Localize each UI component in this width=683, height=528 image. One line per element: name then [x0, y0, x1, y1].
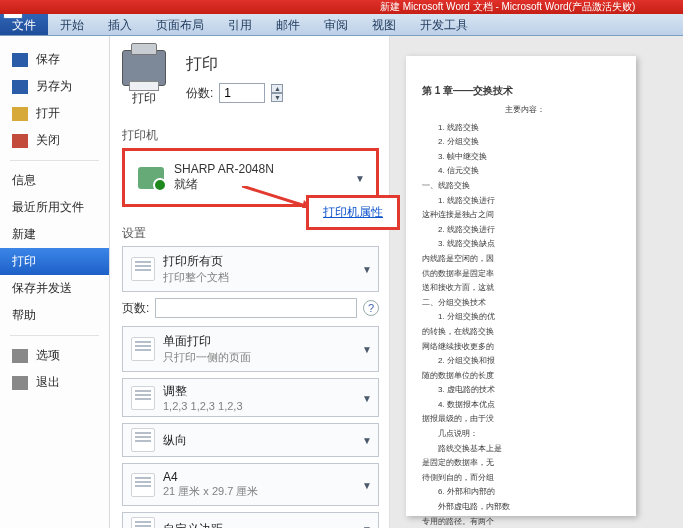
print-heading: 打印 [186, 54, 283, 75]
pages-input[interactable] [155, 298, 357, 318]
print-scope-select[interactable]: 打印所有页 打印整个文档 ▼ [122, 246, 379, 292]
nav-options[interactable]: 选项 [0, 342, 109, 369]
preview-text: 路线交换基本上是 [422, 442, 628, 456]
help-icon[interactable]: ? [363, 300, 379, 316]
page-icon [131, 257, 155, 281]
exit-icon [12, 376, 28, 390]
preview-text: 二、分组交换技术 [422, 296, 628, 310]
close-icon [12, 134, 28, 148]
nav-label: 关闭 [36, 132, 60, 149]
preview-text: 4. 信元交换 [422, 164, 628, 178]
preview-text: 4. 数据报本优点 [422, 398, 628, 412]
preview-text: 是固定的数据率，无 [422, 456, 628, 470]
combo-title: 单面打印 [163, 333, 251, 350]
backstage-nav: 保存 另存为 打开 关闭 信息 最近所用文件 新建 打印 保存并发送 帮助 选项… [0, 36, 110, 528]
tab-layout[interactable]: 页面布局 [144, 14, 216, 35]
preview-text: 外部虚电路，内部数 [422, 500, 628, 514]
preview-text: 这种连接是独占之间 [422, 208, 628, 222]
preview-text: 一、线路交换 [422, 179, 628, 193]
ribbon-tabs: 文件 开始 插入 页面布局 引用 邮件 审阅 视图 开发工具 [0, 14, 683, 36]
margins-icon [131, 517, 155, 528]
nav-label: 退出 [36, 374, 60, 391]
nav-label: 保存 [36, 51, 60, 68]
paper-icon [131, 473, 155, 497]
tab-mailings[interactable]: 邮件 [264, 14, 312, 35]
nav-new[interactable]: 新建 [0, 221, 109, 248]
nav-exit[interactable]: 退出 [0, 369, 109, 396]
nav-saveas[interactable]: 另存为 [0, 73, 109, 100]
title-bar: 新建 Microsoft Word 文档 - Microsoft Word(产品… [0, 0, 683, 14]
paper-select[interactable]: A4 21 厘米 x 29.7 厘米 ▼ [122, 463, 379, 506]
copies-label: 份数: [186, 85, 213, 102]
preview-text: 送和接收方面，这就 [422, 281, 628, 295]
nav-saveandsend[interactable]: 保存并发送 [0, 275, 109, 302]
saveas-icon [12, 80, 28, 94]
nav-label: 另存为 [36, 78, 72, 95]
nav-close[interactable]: 关闭 [0, 127, 109, 154]
chevron-down-icon: ▼ [355, 172, 365, 183]
copies-spinner[interactable]: ▲▼ [271, 84, 283, 102]
combo-subtitle: 1,2,3 1,2,3 1,2,3 [163, 400, 243, 412]
collate-select[interactable]: 调整 1,2,3 1,2,3 1,2,3 ▼ [122, 378, 379, 417]
orientation-select[interactable]: 纵向 ▼ [122, 423, 379, 457]
nav-label: 打印 [12, 253, 36, 270]
nav-info[interactable]: 信息 [0, 167, 109, 194]
chevron-down-icon: ▼ [362, 264, 372, 275]
window-title: 新建 Microsoft Word 文档 - Microsoft Word(产品… [380, 0, 635, 14]
printer-properties-link[interactable]: 打印机属性 [323, 205, 383, 219]
printer-section-label: 打印机 [122, 127, 379, 144]
chevron-down-icon: ▼ [362, 392, 372, 403]
collate-icon [131, 386, 155, 410]
chevron-up-icon[interactable]: ▲ [271, 84, 283, 93]
preview-text: 内线路是空闲的，因 [422, 252, 628, 266]
margins-select[interactable]: 自定义边距 ▼ [122, 512, 379, 528]
nav-label: 保存并发送 [12, 280, 72, 297]
combo-title: 调整 [163, 383, 243, 400]
preview-text: 3. 帧中继交换 [422, 150, 628, 164]
preview-text: 6. 外部和内部的 [422, 485, 628, 499]
nav-print[interactable]: 打印 [0, 248, 109, 275]
preview-text: 3. 线路交换缺点 [422, 237, 628, 251]
printer-icon [122, 50, 166, 86]
page-icon [131, 337, 155, 361]
preview-text: 2. 分组交换和报 [422, 354, 628, 368]
svg-line-0 [242, 186, 312, 208]
nav-label: 打开 [36, 105, 60, 122]
preview-text: 2. 线路交换进行 [422, 223, 628, 237]
tab-developer[interactable]: 开发工具 [408, 14, 480, 35]
print-panel: 打印 打印 份数: ▲▼ 打印机 SHARP AR-2048N 就绪 ▼ [110, 36, 390, 528]
preview-text: 待側到自的，而分组 [422, 471, 628, 485]
preview-text: 1. 线路交换 [422, 121, 628, 135]
nav-open[interactable]: 打开 [0, 100, 109, 127]
nav-label: 帮助 [12, 307, 36, 324]
combo-title: 纵向 [163, 432, 187, 449]
combo-subtitle: 打印整个文档 [163, 270, 229, 285]
nav-label: 新建 [12, 226, 36, 243]
tab-insert[interactable]: 插入 [96, 14, 144, 35]
tab-view[interactable]: 视图 [360, 14, 408, 35]
tab-review[interactable]: 审阅 [312, 14, 360, 35]
nav-save[interactable]: 保存 [0, 46, 109, 73]
preview-text: 主要内容： [422, 103, 628, 117]
options-icon [12, 349, 28, 363]
combo-title: A4 [163, 470, 258, 484]
save-icon [12, 53, 28, 67]
tab-references[interactable]: 引用 [216, 14, 264, 35]
preview-text: 网络继续接收更多的 [422, 340, 628, 354]
nav-label: 信息 [12, 172, 36, 189]
combo-subtitle: 21 厘米 x 29.7 厘米 [163, 484, 258, 499]
nav-help[interactable]: 帮助 [0, 302, 109, 329]
copies-input[interactable] [219, 83, 265, 103]
duplex-select[interactable]: 单面打印 只打印一侧的页面 ▼ [122, 326, 379, 372]
nav-recent[interactable]: 最近所用文件 [0, 194, 109, 221]
nav-label: 选项 [36, 347, 60, 364]
orientation-icon [131, 428, 155, 452]
nav-label: 最近所用文件 [12, 199, 84, 216]
preview-text: 供的数据率是固定率 [422, 267, 628, 281]
print-preview: 第 1 章——交换技术 主要内容： 1. 线路交换 2. 分组交换 3. 帧中继… [390, 36, 683, 528]
combo-title: 打印所有页 [163, 253, 229, 270]
tab-home[interactable]: 开始 [48, 14, 96, 35]
print-button[interactable]: 打印 [122, 50, 166, 107]
preview-text: 随的数据单位的长度 [422, 369, 628, 383]
chevron-down-icon[interactable]: ▼ [271, 93, 283, 102]
